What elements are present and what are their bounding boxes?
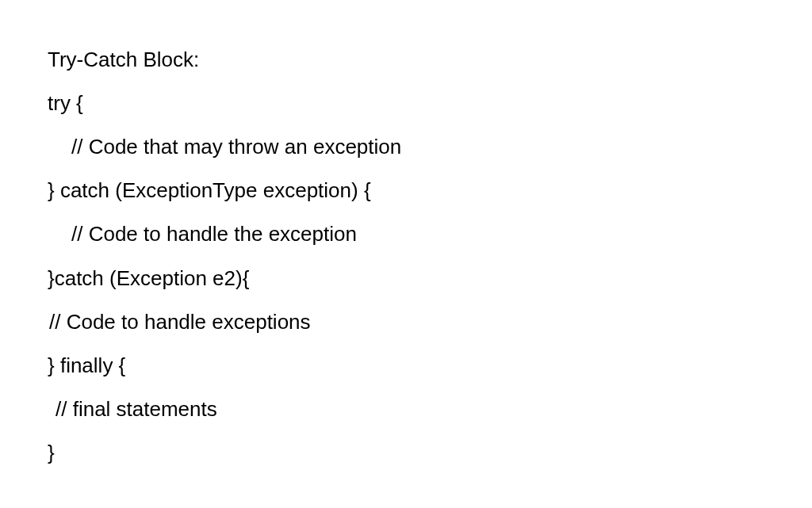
code-line-title: Try-Catch Block: bbox=[48, 38, 764, 82]
code-line-catch2-body: // Code to handle exceptions bbox=[48, 300, 764, 344]
code-line-finally-open: } finally { bbox=[48, 344, 764, 388]
code-line-try-body: // Code that may throw an exception bbox=[48, 125, 764, 169]
code-block: Try-Catch Block: try { // Code that may … bbox=[48, 38, 764, 475]
code-line-catch1-open: } catch (ExceptionType exception) { bbox=[48, 169, 764, 212]
code-line-catch1-body: // Code to handle the exception bbox=[48, 212, 764, 256]
code-line-close: } bbox=[48, 431, 764, 475]
code-line-catch2-open: }catch (Exception e2){ bbox=[48, 257, 764, 300]
code-line-try-open: try { bbox=[48, 82, 764, 125]
code-line-finally-body: // final statements bbox=[48, 388, 764, 431]
